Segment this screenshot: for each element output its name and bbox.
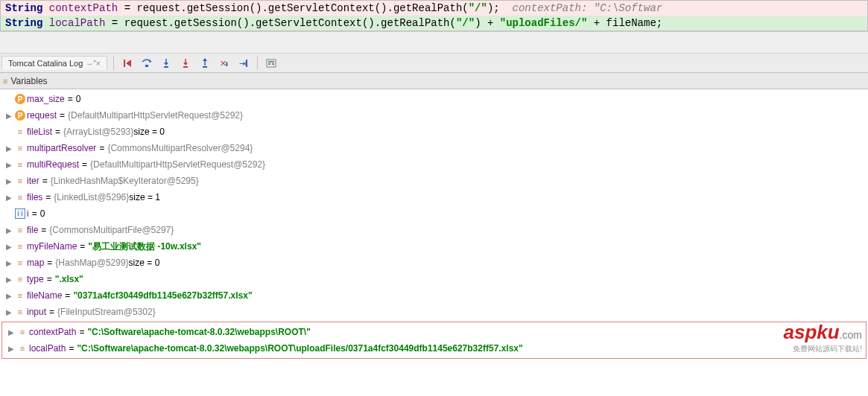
expand-arrow-icon[interactable]: ▶ <box>4 161 13 169</box>
variable-value: {LinkedList@5296} <box>54 192 129 202</box>
variable-name: multipartResolver <box>27 143 96 153</box>
variable-name: input <box>27 307 46 317</box>
run-to-cursor-icon[interactable]: ⇥ <box>236 56 251 71</box>
field-bars-icon: ≡ <box>18 193 22 202</box>
expand-arrow-icon[interactable]: ▶ <box>7 328 16 336</box>
editor-gutter-gap <box>0 31 868 54</box>
tab-tomcat-log[interactable]: Tomcat Catalina Log →"× <box>1 56 107 70</box>
expand-arrow-icon[interactable]: ▶ <box>4 112 13 120</box>
expand-arrow-icon[interactable]: ▶ <box>4 226 13 234</box>
expand-arrow-icon[interactable]: ▶ <box>4 308 13 316</box>
variable-row[interactable]: i ii=0 <box>0 205 868 222</box>
variable-value: {DefaultMultipartHttpServletRequest@5292… <box>68 110 243 121</box>
variables-panel-header[interactable]: ≡ Variables <box>0 73 868 89</box>
field-bars-icon: ≡ <box>18 258 22 267</box>
force-step-into-icon[interactable] <box>178 56 193 71</box>
variable-name: contextPath <box>29 327 76 337</box>
variable-name: file <box>27 225 38 235</box>
variables-panel-title: Variables <box>10 76 47 86</box>
svg-rect-1 <box>164 66 168 68</box>
svg-text:⇥: ⇥ <box>239 59 246 68</box>
field-bars-icon: ≡ <box>18 291 22 300</box>
code-line-1: String contextPath = request.getSession(… <box>1 1 867 16</box>
variable-value: {ArrayList@5293} <box>63 127 133 137</box>
variable-value: "C:\Software\apache-tomcat-8.0.32\webapp… <box>77 343 522 354</box>
toolbar-separator <box>257 57 258 70</box>
step-over-icon[interactable] <box>139 56 154 71</box>
tab-label: Tomcat Catalina Log <box>8 59 83 68</box>
variable-row[interactable]: ▶≡input={FileInputStream@5302} <box>0 304 868 320</box>
variable-name: max_size <box>27 94 65 104</box>
expand-arrow-icon[interactable]: ▶ <box>4 259 13 267</box>
variable-row[interactable]: ▶≡myFileName="易工业测试数据 -10w.xlsx" <box>0 238 868 255</box>
variable-row[interactable]: ▶≡file={CommonsMultipartFile@5297} <box>0 222 868 238</box>
evaluate-expression-icon[interactable] <box>264 56 279 71</box>
variable-row[interactable]: ▶Prequest={DefaultMultipartHttpServletRe… <box>0 107 868 124</box>
variable-row[interactable]: ▶≡map={HashMap@5299} size = 0 <box>0 255 868 271</box>
expand-arrow-icon[interactable]: ▶ <box>4 243 13 251</box>
variable-name: myFileName <box>27 241 77 252</box>
variable-name: multiRequest <box>27 159 79 170</box>
variable-row[interactable]: ▶≡type=".xlsx" <box>0 271 868 287</box>
variable-row[interactable]: ▶≡multipartResolver={CommonsMultipartRes… <box>0 140 868 156</box>
svg-rect-10 <box>268 63 270 65</box>
svg-text:⬇: ⬇ <box>224 61 229 68</box>
variable-value: {HashMap@5299} <box>55 258 128 268</box>
variable-value: {FileInputStream@5302} <box>57 307 156 317</box>
field-bars-icon: ≡ <box>18 275 22 284</box>
expand-arrow-icon[interactable]: ▶ <box>4 177 13 185</box>
restart-frame-icon[interactable] <box>120 56 135 71</box>
variable-value: {LinkedHashMap$KeyIterator@5295} <box>51 176 199 186</box>
expand-arrow-icon[interactable]: ▶ <box>7 345 16 353</box>
step-into-icon[interactable] <box>159 56 174 71</box>
code-line-2: String localPath = request.getSession().… <box>1 16 867 31</box>
variable-row[interactable]: ▶≡iter={LinkedHashMap$KeyIterator@5295} <box>0 173 868 189</box>
variable-value: "易工业测试数据 -10w.xlsx" <box>88 240 201 253</box>
svg-rect-3 <box>203 66 207 68</box>
variable-row[interactable]: ▶≡contextPath="C:\Software\apache-tomcat… <box>2 324 866 340</box>
variable-row[interactable]: ≡fileList={ArrayList@5293} size = 0 <box>0 124 868 140</box>
drop-frame-icon[interactable]: ✕⬇ <box>217 56 232 71</box>
tab-pin-icon[interactable]: →"× <box>86 60 100 68</box>
variable-value: ".xlsx" <box>55 274 83 284</box>
code-editor[interactable]: String contextPath = request.getSession(… <box>0 0 868 31</box>
expand-arrow-icon[interactable]: ▶ <box>4 292 13 300</box>
variable-value: 0 <box>76 94 81 104</box>
variable-value: {DefaultMultipartHttpServletRequest@5292… <box>90 159 265 170</box>
svg-rect-0 <box>145 65 148 67</box>
variable-value: {CommonsMultipartResolver@5294} <box>107 143 253 153</box>
variable-name: localPath <box>29 343 66 354</box>
variable-row[interactable]: Pmax_size=0 <box>0 91 868 107</box>
field-bars-icon: ≡ <box>18 144 22 153</box>
variable-name: map <box>27 258 44 268</box>
expand-arrow-icon[interactable]: ▶ <box>4 144 13 153</box>
debug-tab-bar: Tomcat Catalina Log →"× ✕⬇ ⇥ <box>0 54 868 73</box>
variable-name: i <box>27 208 29 219</box>
variables-header-icon: ≡ <box>3 77 7 86</box>
highlighted-variables-box: ▶≡contextPath="C:\Software\apache-tomcat… <box>1 322 867 359</box>
field-bars-icon: ≡ <box>18 307 22 316</box>
variables-tree-highlighted[interactable]: ▶≡contextPath="C:\Software\apache-tomcat… <box>2 322 866 358</box>
toolbar-separator <box>113 57 114 70</box>
expand-arrow-icon[interactable]: ▶ <box>4 275 13 284</box>
variable-value: "0371a4fcf30449dfb1145e627b32ff57.xlsx" <box>73 290 252 301</box>
field-bars-icon: ≡ <box>20 344 25 353</box>
field-bars-icon: ≡ <box>18 176 22 185</box>
variable-name: fileName <box>27 290 62 301</box>
property-icon: P <box>15 94 25 104</box>
variable-row[interactable]: ▶≡files={LinkedList@5296} size = 1 <box>0 189 868 205</box>
variable-name: fileList <box>27 127 52 137</box>
svg-rect-11 <box>272 63 274 65</box>
svg-rect-9 <box>268 61 274 63</box>
expand-arrow-icon[interactable]: ▶ <box>4 194 13 202</box>
variable-name: request <box>27 110 57 121</box>
variable-name: files <box>27 192 42 202</box>
variable-name: iter <box>27 176 39 186</box>
variable-row[interactable]: ▶≡fileName="0371a4fcf30449dfb1145e627b32… <box>0 287 868 304</box>
step-out-icon[interactable] <box>197 56 212 71</box>
variable-row[interactable]: ▶≡multiRequest={DefaultMultipartHttpServ… <box>0 156 868 173</box>
property-icon: P <box>15 110 25 121</box>
variable-value: 0 <box>40 208 45 219</box>
variable-row[interactable]: ▶≡localPath="C:\Software\apache-tomcat-8… <box>2 340 866 357</box>
variables-tree[interactable]: Pmax_size=0▶Prequest={DefaultMultipartHt… <box>0 89 868 322</box>
